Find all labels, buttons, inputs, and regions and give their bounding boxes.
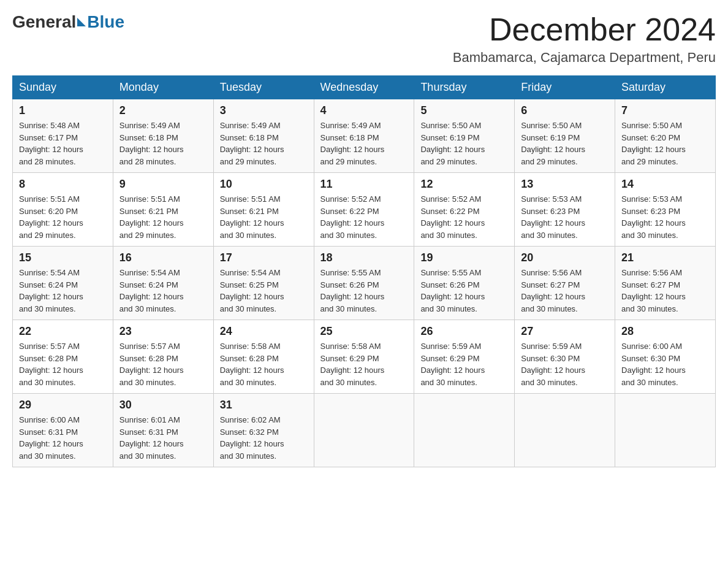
day-number: 2: [119, 104, 207, 117]
calendar-cell: 12 Sunrise: 5:52 AM Sunset: 6:22 PM Dayl…: [414, 173, 515, 247]
day-info: Sunrise: 5:57 AM Sunset: 6:28 PM Dayligh…: [119, 340, 207, 388]
calendar-cell: 18 Sunrise: 5:55 AM Sunset: 6:26 PM Dayl…: [314, 247, 414, 320]
calendar-cell: 28 Sunrise: 6:00 AM Sunset: 6:30 PM Dayl…: [615, 320, 716, 394]
day-number: 28: [621, 325, 709, 338]
day-number: 16: [119, 251, 207, 264]
week-row-4: 22 Sunrise: 5:57 AM Sunset: 6:28 PM Dayl…: [13, 320, 716, 394]
day-info: Sunrise: 5:49 AM Sunset: 6:18 PM Dayligh…: [220, 120, 308, 167]
title-area: December 2024 Bambamarca, Cajamarca Depa…: [453, 12, 716, 66]
calendar-cell: 11 Sunrise: 5:52 AM Sunset: 6:22 PM Dayl…: [314, 173, 414, 247]
day-number: 3: [220, 104, 308, 117]
day-number: 18: [320, 251, 408, 264]
day-info: Sunrise: 5:49 AM Sunset: 6:18 PM Dayligh…: [119, 120, 207, 167]
day-number: 22: [19, 325, 107, 338]
calendar-cell: 17 Sunrise: 5:54 AM Sunset: 6:25 PM Dayl…: [213, 247, 314, 320]
calendar-cell: 6 Sunrise: 5:50 AM Sunset: 6:19 PM Dayli…: [515, 99, 615, 173]
day-info: Sunrise: 5:51 AM Sunset: 6:21 PM Dayligh…: [119, 193, 207, 241]
calendar-cell: 1 Sunrise: 5:48 AM Sunset: 6:17 PM Dayli…: [13, 99, 113, 173]
day-number: 13: [521, 178, 609, 191]
day-header-friday: Friday: [515, 76, 615, 99]
day-info: Sunrise: 5:50 AM Sunset: 6:20 PM Dayligh…: [621, 120, 709, 167]
day-info: Sunrise: 5:48 AM Sunset: 6:17 PM Dayligh…: [19, 120, 107, 167]
calendar-cell: 19 Sunrise: 5:55 AM Sunset: 6:26 PM Dayl…: [414, 247, 515, 320]
day-info: Sunrise: 5:49 AM Sunset: 6:18 PM Dayligh…: [320, 120, 408, 167]
calendar-cell: 16 Sunrise: 5:54 AM Sunset: 6:24 PM Dayl…: [113, 247, 213, 320]
day-number: 30: [119, 399, 207, 412]
day-number: 8: [19, 178, 107, 191]
day-number: 27: [521, 325, 609, 338]
calendar-cell: 14 Sunrise: 5:53 AM Sunset: 6:23 PM Dayl…: [615, 173, 716, 247]
days-of-week-row: SundayMondayTuesdayWednesdayThursdayFrid…: [13, 76, 716, 99]
day-info: Sunrise: 5:50 AM Sunset: 6:19 PM Dayligh…: [521, 120, 609, 167]
day-header-monday: Monday: [113, 76, 213, 99]
calendar-cell: 13 Sunrise: 5:53 AM Sunset: 6:23 PM Dayl…: [515, 173, 615, 247]
day-number: 25: [320, 325, 408, 338]
day-number: 7: [621, 104, 709, 117]
day-number: 5: [420, 104, 508, 117]
logo-general-text: General: [12, 12, 76, 32]
logo-blue-text: Blue: [87, 12, 124, 32]
calendar-cell: 21 Sunrise: 5:56 AM Sunset: 6:27 PM Dayl…: [615, 247, 716, 320]
calendar-cell: 9 Sunrise: 5:51 AM Sunset: 6:21 PM Dayli…: [113, 173, 213, 247]
calendar-cell: 26 Sunrise: 5:59 AM Sunset: 6:29 PM Dayl…: [414, 320, 515, 394]
day-info: Sunrise: 5:54 AM Sunset: 6:24 PM Dayligh…: [119, 267, 207, 315]
day-info: Sunrise: 5:53 AM Sunset: 6:23 PM Dayligh…: [521, 193, 609, 241]
calendar-cell: [515, 394, 615, 467]
calendar-cell: 27 Sunrise: 5:59 AM Sunset: 6:30 PM Dayl…: [515, 320, 615, 394]
day-number: 11: [320, 178, 408, 191]
month-title: December 2024: [453, 12, 716, 47]
week-row-1: 1 Sunrise: 5:48 AM Sunset: 6:17 PM Dayli…: [13, 99, 716, 173]
calendar-cell: 24 Sunrise: 5:58 AM Sunset: 6:28 PM Dayl…: [213, 320, 314, 394]
day-number: 1: [19, 104, 107, 117]
day-info: Sunrise: 6:00 AM Sunset: 6:31 PM Dayligh…: [19, 414, 107, 462]
day-header-sunday: Sunday: [13, 76, 113, 99]
calendar-cell: 3 Sunrise: 5:49 AM Sunset: 6:18 PM Dayli…: [213, 99, 314, 173]
day-number: 24: [220, 325, 308, 338]
day-number: 19: [420, 251, 508, 264]
day-info: Sunrise: 5:55 AM Sunset: 6:26 PM Dayligh…: [320, 267, 408, 315]
day-info: Sunrise: 6:00 AM Sunset: 6:30 PM Dayligh…: [621, 340, 709, 388]
calendar-cell: 15 Sunrise: 5:54 AM Sunset: 6:24 PM Dayl…: [13, 247, 113, 320]
calendar-cell: [615, 394, 716, 467]
logo: General Blue: [12, 12, 124, 32]
calendar-cell: 2 Sunrise: 5:49 AM Sunset: 6:18 PM Dayli…: [113, 99, 213, 173]
day-number: 20: [521, 251, 609, 264]
calendar-cell: 25 Sunrise: 5:58 AM Sunset: 6:29 PM Dayl…: [314, 320, 414, 394]
day-number: 31: [220, 399, 308, 412]
calendar-cell: 8 Sunrise: 5:51 AM Sunset: 6:20 PM Dayli…: [13, 173, 113, 247]
day-number: 29: [19, 399, 107, 412]
week-row-2: 8 Sunrise: 5:51 AM Sunset: 6:20 PM Dayli…: [13, 173, 716, 247]
logo-arrow-icon: [77, 18, 86, 26]
calendar-cell: 20 Sunrise: 5:56 AM Sunset: 6:27 PM Dayl…: [515, 247, 615, 320]
day-info: Sunrise: 5:59 AM Sunset: 6:30 PM Dayligh…: [521, 340, 609, 388]
day-info: Sunrise: 5:57 AM Sunset: 6:28 PM Dayligh…: [19, 340, 107, 388]
day-number: 12: [420, 178, 508, 191]
week-row-3: 15 Sunrise: 5:54 AM Sunset: 6:24 PM Dayl…: [13, 247, 716, 320]
calendar-cell: 4 Sunrise: 5:49 AM Sunset: 6:18 PM Dayli…: [314, 99, 414, 173]
calendar-cell: 30 Sunrise: 6:01 AM Sunset: 6:31 PM Dayl…: [113, 394, 213, 467]
day-header-saturday: Saturday: [615, 76, 716, 99]
day-info: Sunrise: 5:59 AM Sunset: 6:29 PM Dayligh…: [420, 340, 508, 388]
day-number: 15: [19, 251, 107, 264]
page-header: General Blue December 2024 Bambamarca, C…: [12, 12, 716, 66]
calendar-table: SundayMondayTuesdayWednesdayThursdayFrid…: [12, 75, 716, 467]
calendar-cell: 31 Sunrise: 6:02 AM Sunset: 6:32 PM Dayl…: [213, 394, 314, 467]
day-number: 10: [220, 178, 308, 191]
day-number: 14: [621, 178, 709, 191]
calendar-cell: 7 Sunrise: 5:50 AM Sunset: 6:20 PM Dayli…: [615, 99, 716, 173]
day-info: Sunrise: 5:51 AM Sunset: 6:20 PM Dayligh…: [19, 193, 107, 241]
calendar-cell: [314, 394, 414, 467]
day-number: 4: [320, 104, 408, 117]
calendar-cell: 23 Sunrise: 5:57 AM Sunset: 6:28 PM Dayl…: [113, 320, 213, 394]
calendar-cell: 29 Sunrise: 6:00 AM Sunset: 6:31 PM Dayl…: [13, 394, 113, 467]
calendar-cell: [414, 394, 515, 467]
day-number: 6: [521, 104, 609, 117]
day-info: Sunrise: 5:50 AM Sunset: 6:19 PM Dayligh…: [420, 120, 508, 167]
day-header-tuesday: Tuesday: [213, 76, 314, 99]
day-info: Sunrise: 5:58 AM Sunset: 6:28 PM Dayligh…: [220, 340, 308, 388]
week-row-5: 29 Sunrise: 6:00 AM Sunset: 6:31 PM Dayl…: [13, 394, 716, 467]
calendar-cell: 22 Sunrise: 5:57 AM Sunset: 6:28 PM Dayl…: [13, 320, 113, 394]
day-header-wednesday: Wednesday: [314, 76, 414, 99]
day-number: 26: [420, 325, 508, 338]
day-info: Sunrise: 5:55 AM Sunset: 6:26 PM Dayligh…: [420, 267, 508, 315]
